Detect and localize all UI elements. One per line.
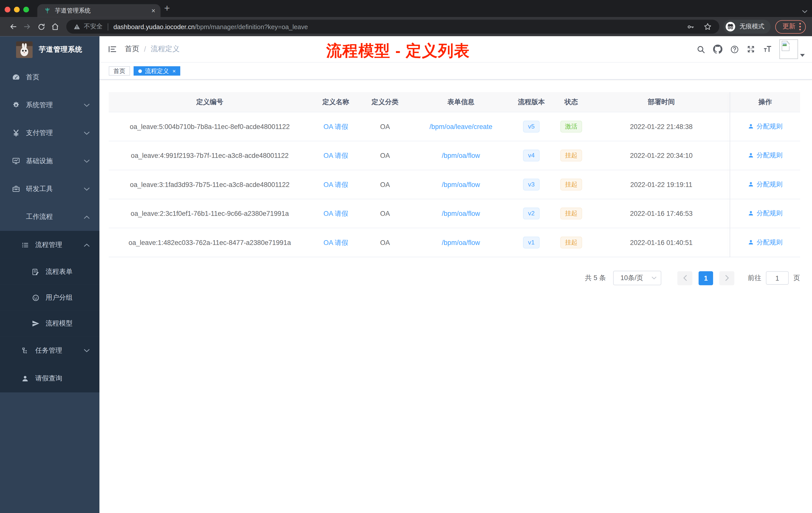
- assign-rule-action[interactable]: 分配规则: [730, 180, 800, 189]
- assign-rule-action[interactable]: 分配规则: [730, 209, 800, 218]
- definition-name-link[interactable]: OA 请假: [311, 238, 361, 247]
- sidebar-item-process-form[interactable]: 流程表单: [0, 259, 99, 284]
- sidebar-item-dev-tools[interactable]: 研发工具: [0, 175, 99, 203]
- search-icon[interactable]: [696, 45, 705, 54]
- form-info-link[interactable]: /bpm/oa/leave/create: [409, 123, 513, 130]
- definition-id-cell: oa_leave:3:1fad3d93-7b75-11ec-a3c8-acde4…: [109, 181, 311, 188]
- help-question-icon[interactable]: [730, 45, 739, 54]
- browser-toolbar: 不安全 dashboard.yudao.iocoder.cn /bpm/mana…: [0, 17, 812, 36]
- page-size-select[interactable]: 10条/页: [613, 271, 661, 285]
- column-header-1: 定义名称: [311, 97, 361, 107]
- tree-icon: [21, 346, 30, 354]
- sidebar-item-user-group[interactable]: 用户分组: [0, 284, 99, 310]
- dashboard-icon: [11, 73, 20, 81]
- form-info-link[interactable]: /bpm/oa/flow: [409, 239, 513, 246]
- assign-rule-action[interactable]: 分配规则: [730, 151, 800, 160]
- column-header-0: 定义编号: [109, 97, 311, 107]
- tab-search-chevron-icon[interactable]: [802, 6, 808, 16]
- definition-name-link[interactable]: OA 请假: [311, 209, 361, 218]
- tag-label: 流程定义: [145, 67, 169, 75]
- table-header-row: 定义编号定义名称定义分类表单信息流程版本状态部署时间操作: [109, 92, 800, 112]
- definition-category-cell: OA: [361, 239, 409, 246]
- address-bar[interactable]: 不安全 dashboard.yudao.iocoder.cn /bpm/mana…: [66, 20, 719, 34]
- chrome-update-button[interactable]: 更新: [775, 20, 806, 33]
- favicon-plant-icon: [44, 7, 51, 14]
- current-page-button[interactable]: 1: [698, 271, 713, 285]
- version-badge: v5: [513, 121, 550, 132]
- incognito-icon: [725, 21, 736, 32]
- update-label: 更新: [782, 22, 795, 31]
- sidebar-item-infrastructure[interactable]: 基础设施: [0, 147, 99, 175]
- goto-page-input[interactable]: 1: [766, 271, 789, 285]
- avatar-broken-image[interactable]: [779, 39, 798, 59]
- url-path: /bpm/manager/definition?key=oa_leave: [195, 23, 308, 30]
- form-info-link[interactable]: /bpm/oa/flow: [409, 210, 513, 217]
- assign-rule-label: 分配规则: [756, 180, 782, 189]
- definition-name-link[interactable]: OA 请假: [311, 180, 361, 189]
- sidebar-item-process-model[interactable]: 流程模型: [0, 311, 99, 337]
- sidebar-item-home[interactable]: 首页: [0, 63, 99, 91]
- incognito-label: 无痕模式: [740, 22, 764, 31]
- definition-table: 定义编号定义名称定义分类表单信息流程版本状态部署时间操作 oa_leave:5:…: [109, 92, 800, 257]
- avatar-caret-down-icon[interactable]: [800, 50, 805, 59]
- toolbox-icon: [11, 185, 20, 193]
- sidebar-item-label: 流程模型: [46, 319, 72, 328]
- zoom-window-button[interactable]: [23, 7, 29, 12]
- sidebar-item-system-management[interactable]: 系统管理: [0, 91, 99, 119]
- assign-rule-action[interactable]: 分配规则: [730, 122, 800, 131]
- sidebar-item-payment-management[interactable]: 支付管理: [0, 119, 99, 147]
- minimize-window-button[interactable]: [14, 7, 20, 12]
- back-icon[interactable]: [6, 20, 20, 34]
- sidebar-item-process-management[interactable]: 流程管理: [0, 231, 99, 259]
- tab-close-icon[interactable]: ×: [151, 7, 155, 14]
- definition-name-link[interactable]: OA 请假: [311, 122, 361, 131]
- hamburger-icon[interactable]: [108, 44, 117, 54]
- reload-icon[interactable]: [34, 20, 48, 34]
- column-header-4: 流程版本: [513, 97, 550, 107]
- sidebar-item-task-management[interactable]: 任务管理: [0, 337, 99, 364]
- table-row: oa_leave:1:482ec033-762a-11ec-8477-a2380…: [109, 229, 800, 258]
- password-key-icon[interactable]: [687, 23, 695, 31]
- definition-name-link[interactable]: OA 请假: [311, 151, 361, 160]
- not-secure-label[interactable]: 不安全: [84, 22, 103, 31]
- font-size-icon[interactable]: [763, 44, 772, 54]
- close-window-button[interactable]: [5, 7, 10, 12]
- fullscreen-icon[interactable]: [747, 45, 755, 53]
- sidebar-item-leave-query[interactable]: 请假查询: [0, 364, 99, 392]
- tag-close-icon[interactable]: ×: [173, 68, 176, 74]
- form-icon: [31, 268, 40, 276]
- chevron-down-icon: [84, 187, 90, 191]
- assign-rule-action[interactable]: 分配规则: [730, 238, 800, 247]
- sidebar-item-label: 工作流程: [26, 212, 53, 221]
- forward-icon[interactable]: [20, 20, 34, 34]
- assign-rule-label: 分配规则: [756, 122, 782, 131]
- sidebar-item-label: 基础设施: [26, 156, 53, 165]
- total-count-label: 共 5 条: [585, 273, 606, 282]
- prev-page-button[interactable]: [677, 271, 693, 285]
- browser-tab[interactable]: 芋道管理系统 ×: [37, 4, 161, 17]
- definition-category-cell: OA: [361, 152, 409, 159]
- form-info-link[interactable]: /bpm/oa/flow: [409, 152, 513, 159]
- menu-dots-icon[interactable]: [799, 23, 801, 31]
- sidebar-item-workflow[interactable]: 工作流程: [0, 203, 99, 231]
- breadcrumb-home[interactable]: 首页: [125, 44, 139, 54]
- definition-category-cell: OA: [361, 181, 409, 188]
- face-icon: [31, 293, 40, 302]
- home-icon[interactable]: [48, 20, 62, 34]
- chevron-down-icon: [84, 159, 90, 163]
- breadcrumb-separator: /: [144, 45, 146, 53]
- new-tab-button[interactable]: +: [164, 2, 170, 14]
- warning-icon: [74, 23, 80, 30]
- sidebar-item-label: 研发工具: [26, 184, 53, 193]
- next-page-button[interactable]: [719, 271, 734, 285]
- person-icon: [21, 374, 30, 382]
- plane-icon: [31, 320, 40, 328]
- sidebar-item-label: 支付管理: [26, 128, 53, 138]
- tag-active[interactable]: 流程定义×: [134, 66, 180, 76]
- incognito-badge: 无痕模式: [723, 20, 771, 34]
- sidebar-item-label: 请假查询: [35, 374, 62, 383]
- form-info-link[interactable]: /bpm/oa/flow: [409, 181, 513, 188]
- bookmark-star-icon[interactable]: [703, 22, 712, 31]
- tag-item[interactable]: 首页: [109, 66, 130, 76]
- github-icon[interactable]: [713, 44, 722, 54]
